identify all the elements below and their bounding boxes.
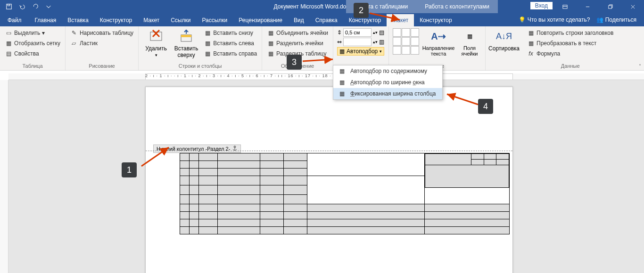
group-draw: ✎Нарисовать таблицу ▱Ластик Рисование [66, 26, 139, 70]
align-tc[interactable] [402, 28, 410, 37]
ribbon-right: 💡 Что вы хотите сделать? 👥 Поделиться [519, 13, 644, 26]
collapse-ribbon-icon[interactable]: ˄ [639, 64, 641, 69]
col-width-icon: ⇔ [337, 39, 342, 45]
row-height-icon: ⇕ [337, 29, 342, 36]
svg-rect-11 [181, 35, 191, 37]
title-bar: Документ Microsoft Word.docx - Word Рабо… [0, 0, 644, 13]
col-width-input[interactable] [343, 38, 372, 46]
footer-table[interactable] [180, 153, 510, 234]
group-label-draw: Рисование [69, 63, 134, 70]
insert-above-button[interactable]: Вставить сверху [173, 28, 200, 58]
insert-right-button[interactable]: ▦Вставить справа [203, 49, 258, 58]
align-bc[interactable] [402, 46, 410, 55]
document-area: Нижний колонтитул -Раздел 2- [8, 80, 644, 273]
row-height-input[interactable]: 0,5 см [343, 28, 372, 37]
tab-layout[interactable]: Макет [138, 14, 165, 26]
group-alignment: A⇢ Направление текста ▦ Поля ячейки вани… [389, 26, 486, 70]
group-label-table: Таблица [4, 63, 61, 70]
autofit-button[interactable]: ▦ Автоподбор▾ [337, 47, 384, 56]
share-button[interactable]: 👥 Поделиться [596, 16, 636, 23]
callout-2: 2 [354, 3, 369, 18]
draw-table-button[interactable]: ✎Нарисовать таблицу [69, 28, 134, 38]
sign-in-button[interactable]: Вход [530, 2, 553, 9]
close-button[interactable] [621, 0, 644, 13]
minimize-button[interactable] [576, 0, 599, 13]
tab-hf-design[interactable]: Конструктор [414, 14, 457, 26]
align-tr[interactable] [411, 28, 419, 37]
cell-margins-button[interactable]: ▦ Поля ячейки [458, 28, 481, 56]
align-ml[interactable] [393, 37, 401, 46]
split-cells-button[interactable]: ▦Разделить ячейки [266, 39, 329, 48]
tab-design[interactable]: Конструктор [94, 14, 138, 26]
group-label-rows-cols: Строки и столбцы [142, 63, 258, 70]
svg-line-12 [141, 147, 169, 166]
horizontal-ruler[interactable]: 2 · ı · 1 · ı · · ı · 1 · ı · 2 · ı · 3 … [8, 73, 644, 80]
grid-icon: ▦ [5, 40, 12, 47]
sort-icon: A↓Я [496, 28, 512, 44]
align-bl[interactable] [393, 46, 401, 55]
align-mc[interactable] [402, 37, 410, 46]
ribbon-display-button[interactable] [553, 0, 576, 13]
merge-icon: ▦ [267, 29, 274, 37]
group-sort: A↓Я Сортировка [486, 26, 522, 70]
autofit-menu: ▦Автоподбор по содержимому ▦Автоподбор п… [333, 65, 443, 100]
tab-mailings[interactable]: Рассылки [196, 14, 233, 26]
tab-help[interactable]: Справка [310, 14, 343, 26]
repeat-header-button[interactable]: ▦Повторить строки заголовков [526, 28, 614, 38]
arrow-1 [137, 144, 174, 169]
spinner-icon[interactable]: ▴▾ [373, 30, 378, 35]
tab-view[interactable]: Вид [288, 14, 310, 26]
group-rows-cols: Удалить▾ Вставить сверху ▦Вставить снизу… [139, 26, 262, 70]
undo-button[interactable] [16, 1, 28, 12]
tab-references[interactable]: Ссылки [165, 14, 196, 26]
properties-button[interactable]: ▤Свойства [4, 49, 61, 58]
delete-button[interactable]: Удалить▾ [142, 28, 170, 57]
insert-right-icon: ▦ [204, 50, 211, 57]
pencil-icon: ✎ [70, 29, 78, 37]
callout-3: 3 [287, 55, 302, 70]
insert-left-button[interactable]: ▦Вставить слева [203, 39, 258, 48]
cell-margins-icon: ▦ [462, 28, 478, 44]
fixed-width-item[interactable]: ▦Фиксированная ширина столбца [333, 88, 442, 99]
text-direction-button[interactable]: A⇢ Направление текста [422, 28, 455, 56]
insert-below-button[interactable]: ▦Вставить снизу [203, 28, 258, 38]
convert-text-button[interactable]: ▦Преобразовать в текст [526, 39, 614, 48]
text-direction-icon: A⇢ [430, 28, 446, 44]
qat-customize[interactable] [42, 1, 55, 12]
footer-boundary [146, 151, 512, 151]
spinner-icon[interactable]: ▴▾ [373, 40, 378, 44]
save-button[interactable] [3, 1, 15, 12]
tab-insert[interactable]: Вставка [62, 14, 94, 26]
tab-home[interactable]: Главная [29, 14, 62, 26]
tell-me[interactable]: 💡 Что вы хотите сделать? [519, 16, 590, 23]
sort-button[interactable]: A↓Я Сортировка [489, 28, 519, 52]
align-mr[interactable] [411, 37, 419, 46]
tab-review[interactable]: Рецензирование [233, 14, 288, 26]
autofit-window-item[interactable]: ▦Автоподбор по ширине окна [333, 77, 442, 88]
autofit-content-item[interactable]: ▦Автоподбор по содержимому [333, 65, 442, 77]
ribbon-tabs: Файл Главная Вставка Конструктор Макет С… [0, 13, 644, 26]
merge-cells-button[interactable]: ▦Объединить ячейки [266, 28, 329, 38]
svg-line-15 [447, 94, 478, 104]
alignment-grid[interactable] [393, 28, 419, 55]
align-br[interactable] [411, 46, 419, 55]
align-tl[interactable] [393, 28, 401, 37]
tab-file[interactable]: Файл [0, 14, 29, 26]
vertical-ruler[interactable] [0, 80, 8, 273]
restore-button[interactable] [599, 0, 621, 13]
split-icon: ▦ [267, 40, 274, 47]
formula-button[interactable]: fxФормула [526, 49, 614, 58]
select-button[interactable]: ▭Выделить ▾ [4, 28, 61, 38]
distribute-cols-icon[interactable]: ▥ [379, 39, 384, 45]
svg-rect-0 [7, 4, 12, 9]
distribute-rows-icon[interactable]: ▤ [379, 29, 384, 36]
callout-1: 1 [122, 162, 137, 177]
redo-button[interactable] [29, 1, 41, 12]
formula-icon: fx [527, 50, 535, 57]
quick-access-toolbar [0, 1, 55, 12]
delete-icon [148, 28, 164, 44]
convert-icon: ▦ [527, 40, 535, 47]
eraser-button[interactable]: ▱Ластик [69, 39, 134, 48]
svg-line-14 [303, 59, 333, 61]
view-gridlines-button[interactable]: ▦Отобразить сетку [4, 39, 61, 48]
